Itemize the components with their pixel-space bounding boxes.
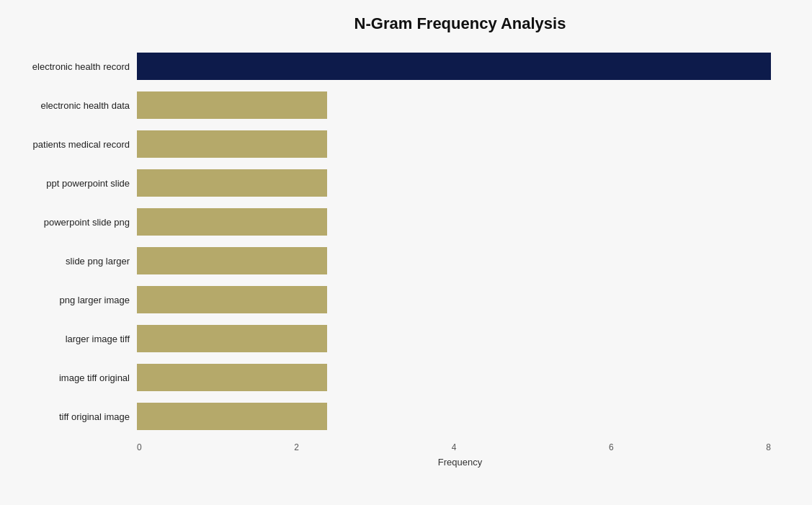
bar-row: image tiff original <box>0 359 783 396</box>
x-tick-label-0: 0 <box>137 442 142 452</box>
x-axis-title: Frequency <box>137 457 783 468</box>
bar-wrapper <box>137 359 783 396</box>
x-tick-label-2: 4 <box>452 442 457 452</box>
x-tick-label-4: 8 <box>766 442 771 452</box>
bar-label: electronic health record <box>0 61 137 72</box>
x-axis-labels: 02468 <box>137 442 771 452</box>
x-tick-label-1: 2 <box>294 442 299 452</box>
bar-label: slide png larger <box>0 256 137 267</box>
bar-wrapper <box>137 48 783 85</box>
bar-wrapper <box>137 164 783 202</box>
bar-0 <box>137 53 771 80</box>
bar-wrapper <box>137 281 783 318</box>
bar-row: tiff original image <box>0 398 783 435</box>
bar-label: electronic health data <box>0 100 137 111</box>
bar-label: tiff original image <box>0 411 137 422</box>
bar-row: ppt powerpoint slide <box>0 164 783 202</box>
chart-title: N-Gram Frequency Analysis <box>0 14 783 33</box>
x-axis-container: 02468 <box>137 437 783 452</box>
bar-row: png larger image <box>0 281 783 318</box>
bar-wrapper <box>137 242 783 280</box>
bar-label: ppt powerpoint slide <box>0 178 137 189</box>
bar-8 <box>137 364 327 391</box>
bar-label: image tiff original <box>0 372 137 383</box>
bar-wrapper <box>137 125 783 163</box>
bar-6 <box>137 286 327 313</box>
bar-3 <box>137 169 327 197</box>
bar-row: patients medical record <box>0 125 783 163</box>
chart-container: N-Gram Frequency Analysis electronic hea… <box>0 0 812 505</box>
bar-7 <box>137 325 327 352</box>
bar-9 <box>137 403 327 430</box>
bar-row: powerpoint slide png <box>0 203 783 241</box>
bar-row: larger image tiff <box>0 320 783 357</box>
bar-2 <box>137 130 327 158</box>
bar-label: powerpoint slide png <box>0 217 137 228</box>
bar-1 <box>137 91 327 119</box>
bar-row: electronic health data <box>0 86 783 124</box>
bar-row: slide png larger <box>0 242 783 280</box>
bar-wrapper <box>137 320 783 357</box>
x-tick-label-3: 6 <box>609 442 614 452</box>
bar-row: electronic health record <box>0 48 783 85</box>
bar-4 <box>137 208 327 236</box>
bar-wrapper <box>137 398 783 435</box>
bar-wrapper <box>137 203 783 241</box>
bar-label: png larger image <box>0 295 137 305</box>
bar-wrapper <box>137 86 783 124</box>
chart-area: electronic health recordelectronic healt… <box>0 48 783 437</box>
bar-label: larger image tiff <box>0 334 137 344</box>
bar-5 <box>137 247 327 274</box>
bar-label: patients medical record <box>0 139 137 150</box>
